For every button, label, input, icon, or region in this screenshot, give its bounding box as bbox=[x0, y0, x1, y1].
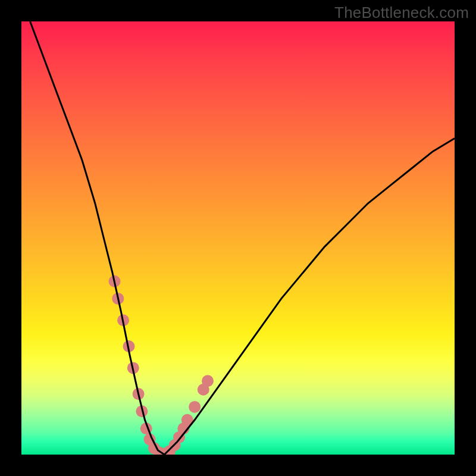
marker-dot bbox=[189, 401, 201, 413]
marker-group bbox=[109, 275, 214, 455]
plot-area bbox=[21, 21, 455, 455]
chart-frame: TheBottleneck.com bbox=[0, 0, 476, 476]
watermark-text: TheBottleneck.com bbox=[334, 4, 469, 22]
chart-svg bbox=[21, 21, 455, 455]
marker-dot bbox=[202, 375, 214, 387]
curve-path bbox=[30, 21, 455, 455]
